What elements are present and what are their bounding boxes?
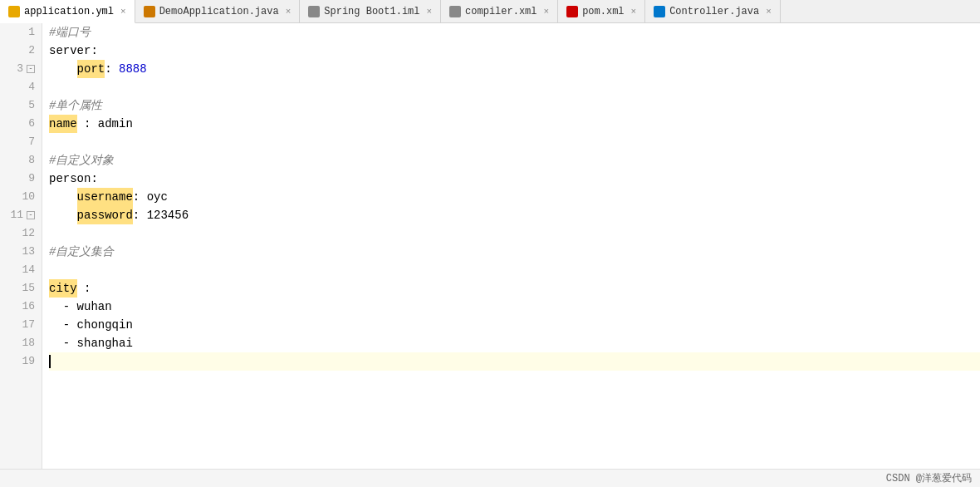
code-line-9: person:	[49, 170, 980, 188]
status-bar: CSDN @洋葱爱代码	[0, 469, 980, 487]
code-area[interactable]: #端口号server: port: 8888#单个属性name : admin#…	[42, 23, 980, 469]
line-num-6: 6	[7, 115, 35, 133]
line-num-17: 17	[7, 316, 35, 334]
tab-application-yml[interactable]: application.yml×	[0, 0, 135, 23]
java-icon	[144, 6, 155, 17]
tab-pom-xml[interactable]: pom.xml×	[558, 0, 645, 22]
line-num-13: 13	[7, 243, 35, 261]
line-num-10: 10	[7, 188, 35, 206]
code-line-16: - wuhan	[49, 298, 980, 316]
line-num-18: 18	[7, 334, 35, 352]
line-num-7: 7	[7, 133, 35, 151]
line-num-11: 11-	[7, 206, 35, 224]
xml-icon	[449, 6, 461, 17]
line-num-19: 19	[7, 352, 35, 371]
ctrl-icon	[654, 6, 665, 17]
tab-label-application-yml: application.yml	[24, 6, 114, 17]
tab-close-pom-xml[interactable]: ×	[631, 7, 637, 17]
tab-close-demo-application-java[interactable]: ×	[286, 7, 292, 17]
code-line-14	[49, 261, 980, 279]
tab-label-pom-xml: pom.xml	[582, 6, 624, 17]
pom-icon	[566, 6, 578, 17]
code-line-6: name : admin	[49, 115, 980, 133]
line-num-8: 8	[7, 151, 35, 170]
fold-icon-3[interactable]: -	[27, 65, 35, 73]
tab-label-spring-boot-iml: Spring Boot1.iml	[324, 6, 419, 17]
tab-close-controller-java[interactable]: ×	[766, 7, 772, 17]
code-line-3: port: 8888	[49, 60, 980, 78]
code-line-5: #单个属性	[49, 96, 980, 115]
code-line-7	[49, 133, 980, 151]
tab-close-application-yml[interactable]: ×	[120, 7, 126, 17]
code-line-19: ​	[49, 352, 980, 371]
line-num-16: 16	[7, 298, 35, 316]
tab-label-demo-application-java: DemoApplication.java	[159, 6, 279, 17]
tab-controller-java[interactable]: Controller.java×	[645, 0, 781, 22]
code-line-10: username: oyc	[49, 188, 980, 206]
tab-close-compiler-xml[interactable]: ×	[544, 7, 550, 17]
tab-label-compiler-xml: compiler.xml	[465, 6, 537, 17]
tab-demo-application-java[interactable]: DemoApplication.java×	[135, 0, 301, 22]
line-num-4: 4	[7, 78, 35, 96]
yml-icon	[8, 6, 20, 17]
line-num-5: 5	[7, 96, 35, 115]
tab-bar: application.yml×DemoApplication.java×Spr…	[0, 0, 980, 23]
code-line-1: #端口号	[49, 23, 980, 42]
line-num-3: 3-	[7, 60, 35, 78]
line-num-9: 9	[7, 170, 35, 188]
iml-icon	[308, 6, 320, 17]
line-num-12: 12	[7, 224, 35, 243]
code-line-17: - chongqin	[49, 316, 980, 334]
editor: 123-4567891011-1213141516171819 #端口号serv…	[0, 23, 980, 469]
code-line-12	[49, 224, 980, 243]
code-line-18: - shanghai	[49, 334, 980, 352]
credit-text: CSDN @洋葱爱代码	[886, 471, 972, 485]
code-line-15: city :	[49, 279, 980, 298]
code-line-4	[49, 78, 980, 96]
tab-compiler-xml[interactable]: compiler.xml×	[441, 0, 558, 22]
line-num-1: 1	[7, 23, 35, 42]
tab-spring-boot-iml[interactable]: Spring Boot1.iml×	[300, 0, 441, 22]
line-num-2: 2	[7, 42, 35, 60]
tab-close-spring-boot-iml[interactable]: ×	[427, 7, 433, 17]
code-line-2: server:	[49, 42, 980, 60]
code-line-13: #自定义集合	[49, 243, 980, 261]
code-line-11: password: 123456	[49, 206, 980, 224]
line-num-14: 14	[7, 261, 35, 279]
tab-label-controller-java: Controller.java	[669, 6, 759, 17]
fold-icon-11[interactable]: -	[27, 211, 35, 219]
line-num-15: 15	[7, 279, 35, 298]
line-numbers: 123-4567891011-1213141516171819	[0, 23, 42, 469]
code-line-8: #自定义对象	[49, 151, 980, 170]
